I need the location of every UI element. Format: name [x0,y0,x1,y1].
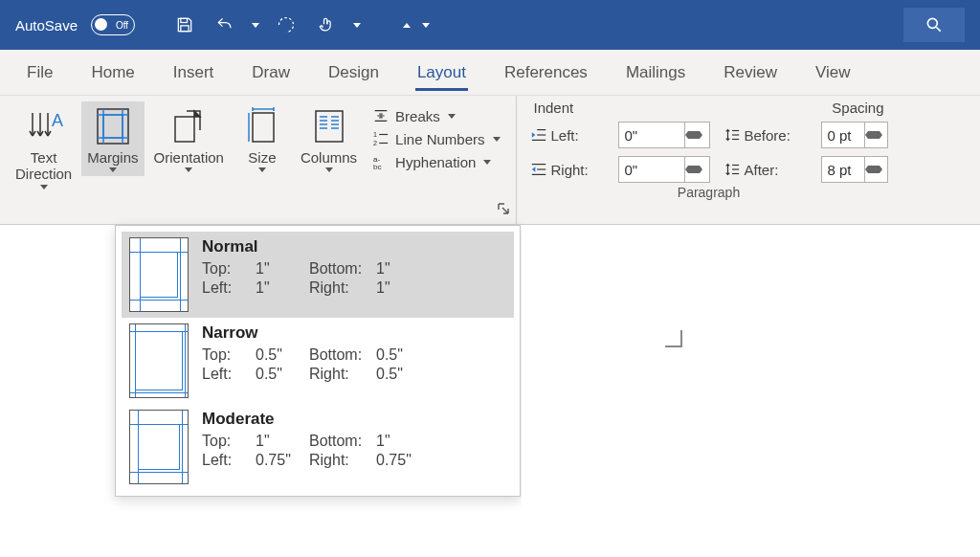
svg-text:bc: bc [373,163,382,170]
paragraph-group-name: Paragraph [530,185,888,202]
undo-icon[interactable] [212,11,238,38]
indent-left-label: Left: [530,126,607,144]
spinner-up[interactable] [865,157,882,169]
spacing-after-icon [724,161,741,178]
indent-right-input[interactable] [618,156,710,183]
indent-right-label: Right: [530,161,607,178]
svg-rect-10 [175,117,194,142]
margins-dropdown-menu: NormalTop:1"Bottom:1"Left:1"Right:1"Narr… [115,225,521,497]
orientation-button[interactable]: Orientation [148,101,230,176]
spacing-before-input[interactable] [821,122,888,148]
svg-point-2 [927,18,937,28]
tab-view[interactable]: View [796,50,870,95]
chevron-down-icon [258,167,266,172]
chevron-down-icon [483,160,491,165]
size-label: Size [248,149,276,166]
tab-mailings[interactable]: Mailings [607,50,704,95]
orientation-label: Orientation [154,149,224,166]
tab-design[interactable]: Design [309,50,398,95]
tab-references[interactable]: References [485,50,607,95]
title-bar: AutoSave Off [0,0,980,50]
svg-rect-11 [253,113,274,142]
indent-right-icon [530,161,547,178]
chevron-down-icon [109,167,117,172]
redo-icon[interactable] [273,11,300,38]
qat-overflow-icon[interactable] [422,23,430,28]
document-area[interactable] [522,225,980,557]
spacing-after-input[interactable] [821,156,888,183]
columns-label: Columns [301,149,357,166]
svg-text:A: A [52,111,63,130]
margins-label: Margins [87,149,138,166]
ribbon: A Text Direction Margins Orien [0,96,980,225]
autosave-label: AutoSave [15,17,78,33]
breaks-icon [372,107,390,124]
margin-option-name: Normal [202,237,506,256]
touch-mode-icon[interactable] [313,11,340,38]
spacing-after-label: After: [724,161,810,178]
search-icon [924,15,944,34]
spinner-down[interactable] [865,169,882,182]
line-numbers-label: Line Numbers [395,131,484,147]
qat-customize-icon[interactable] [403,23,411,28]
spinner-down[interactable] [685,135,702,147]
spinner-up[interactable] [685,157,702,169]
chevron-down-icon [448,114,456,119]
svg-text:2: 2 [373,139,377,147]
page-corner-mark [665,330,682,347]
chevron-down-icon [40,185,48,189]
tab-draw[interactable]: Draw [233,50,309,95]
margin-option-name: Moderate [202,410,506,429]
tab-file[interactable]: File [8,50,72,95]
search-button[interactable] [903,8,965,42]
svg-text:1: 1 [373,130,377,139]
chevron-down-icon [493,137,501,142]
text-direction-icon: A [23,105,65,147]
breaks-label: Breaks [395,108,440,124]
chevron-down-icon [325,167,333,172]
breaks-button[interactable]: Breaks [367,105,505,126]
touch-dropdown-icon[interactable] [353,23,361,28]
svg-rect-16 [316,111,343,142]
svg-rect-0 [181,18,188,22]
margin-option-name: Narrow [202,323,506,343]
indent-left-input[interactable] [618,122,710,148]
margin-option-moderate[interactable]: ModerateTop:1"Bottom:1"Left:0.75"Right:0… [122,404,514,490]
margin-option-narrow[interactable]: NarrowTop:0.5"Bottom:0.5"Left:0.5"Right:… [122,318,514,404]
hyphenation-label: Hyphenation [395,154,476,170]
line-numbers-button[interactable]: 12 Line Numbers [367,128,505,149]
autosave-toggle[interactable]: Off [91,14,135,35]
line-numbers-icon: 12 [372,130,390,147]
indent-header: Indent [534,100,574,116]
columns-icon [308,105,350,147]
page-setup-launcher[interactable] [497,202,510,218]
indent-left-icon [530,126,547,144]
autosave-state: Off [116,20,128,31]
undo-dropdown-icon[interactable] [252,23,259,28]
tab-layout[interactable]: Layout [398,50,485,95]
size-icon [241,105,283,147]
spinner-up[interactable] [865,123,882,135]
margins-icon [92,105,134,147]
margin-option-normal[interactable]: NormalTop:1"Bottom:1"Left:1"Right:1" [122,232,514,318]
text-direction-label: Text Direction [15,149,72,183]
columns-button[interactable]: Columns [295,101,363,176]
spinner-down[interactable] [865,135,882,147]
ribbon-tabs: File Home Insert Draw Design Layout Refe… [0,50,980,96]
spacing-before-icon [724,126,741,144]
spinner-down[interactable] [685,169,702,182]
text-direction-button[interactable]: A Text Direction [10,101,78,193]
margins-button[interactable]: Margins [81,101,144,176]
orientation-icon [167,105,210,147]
hyphenation-button[interactable]: a-bc Hyphenation [367,151,505,172]
tab-review[interactable]: Review [704,50,796,95]
chevron-down-icon [185,167,192,172]
tab-insert[interactable]: Insert [154,50,234,95]
svg-rect-5 [103,115,122,138]
spinner-up[interactable] [685,123,702,135]
save-icon[interactable] [171,11,198,38]
svg-rect-1 [181,26,189,32]
spacing-before-label: Before: [724,126,810,144]
size-button[interactable]: Size [234,101,291,176]
tab-home[interactable]: Home [72,50,153,95]
